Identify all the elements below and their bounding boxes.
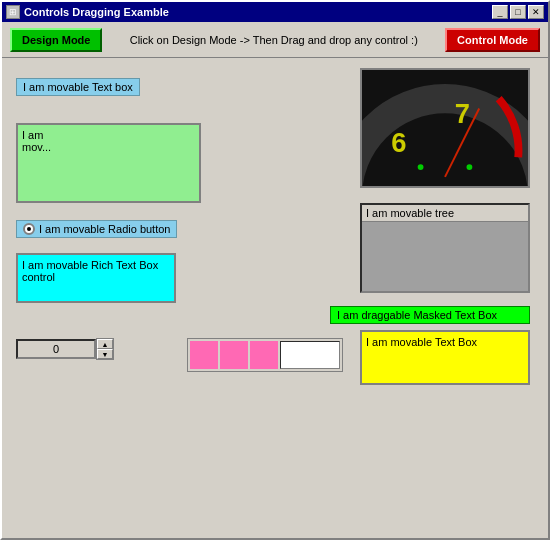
title-buttons: _ □ ✕ [492, 5, 544, 19]
control-mode-button[interactable]: Control Mode [445, 28, 540, 52]
tree-body [362, 222, 528, 288]
spinner-up[interactable]: ▲ [97, 339, 113, 349]
tree-header: I am movable tree [362, 205, 528, 222]
spinner-input[interactable]: 0 [16, 339, 96, 359]
svg-text:6: 6 [391, 127, 406, 158]
movable-label-1[interactable]: I am movable Text box [16, 78, 140, 96]
svg-text:7: 7 [455, 98, 470, 129]
main-window: ⊞ Controls Dragging Examble _ □ ✕ Design… [0, 0, 550, 540]
svg-point-6 [466, 164, 472, 170]
radio-dot [27, 227, 31, 231]
movable-spinner[interactable]: 0 ▲ ▼ [16, 338, 114, 360]
movable-image-speedometer[interactable]: 6 7 [360, 68, 530, 188]
design-mode-button[interactable]: Design Mode [10, 28, 102, 52]
color-input-area[interactable] [280, 341, 340, 369]
movable-color-boxes[interactable] [187, 338, 343, 372]
movable-yellow-textbox[interactable]: I am movable Text Box [360, 330, 530, 385]
color-box-1 [190, 341, 218, 369]
title-bar: ⊞ Controls Dragging Examble _ □ ✕ [2, 2, 548, 22]
spinner-arrows: ▲ ▼ [96, 338, 114, 360]
minimize-button[interactable]: _ [492, 5, 508, 19]
movable-tree-1[interactable]: I am movable tree [360, 203, 530, 293]
speedometer-visual: 6 7 [362, 70, 528, 186]
window-icon: ⊞ [6, 5, 20, 19]
window-title: Controls Dragging Examble [24, 6, 169, 18]
title-bar-left: ⊞ Controls Dragging Examble [6, 5, 169, 19]
toolbar: Design Mode Click on Design Mode -> Then… [2, 22, 548, 58]
instruction-text: Click on Design Mode -> Then Drag and dr… [112, 34, 435, 46]
color-box-2 [220, 341, 248, 369]
movable-richtextbox-1[interactable]: I am movable Rich Text Box control [16, 253, 176, 303]
svg-point-5 [418, 164, 424, 170]
spinner-down[interactable]: ▼ [97, 349, 113, 359]
color-box-3 [250, 341, 278, 369]
movable-radio-1[interactable]: I am movable Radio button [16, 220, 177, 238]
maximize-button[interactable]: □ [510, 5, 526, 19]
content-area: I am movable Text box I am mov... 6 7 [2, 58, 548, 538]
movable-textbox-1[interactable]: I am mov... [16, 123, 201, 203]
close-button[interactable]: ✕ [528, 5, 544, 19]
movable-masked-textbox[interactable]: I am draggable Masked Text Box [330, 306, 530, 324]
radio-circle [23, 223, 35, 235]
